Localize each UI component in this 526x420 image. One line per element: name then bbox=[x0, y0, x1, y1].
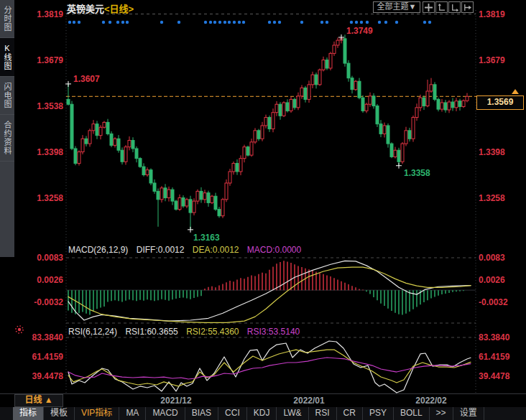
period-tag: <日线> bbox=[104, 4, 134, 14]
axis-label: -0.0032 bbox=[11, 297, 63, 307]
sidebar-item-kline-chart[interactable]: K线图 bbox=[0, 38, 14, 77]
period-selector[interactable]: 日线 ▲ bbox=[14, 394, 63, 407]
axis-label: 1.3258 bbox=[11, 193, 63, 203]
toolbar-tab-vip-indicator[interactable]: VIP指标 bbox=[75, 407, 119, 420]
macd-macd-value: MACD:0.0000 bbox=[247, 245, 301, 255]
zoom-x-axis-icon[interactable] bbox=[448, 1, 461, 13]
toolbar-tab-cr[interactable]: CR bbox=[337, 407, 363, 420]
axis-label: 83.3840 bbox=[479, 332, 526, 342]
toolbar-tab-macd[interactable]: MACD bbox=[146, 407, 185, 420]
toolbar-tab-rsi[interactable]: RSI bbox=[309, 407, 337, 420]
chart-annotation: 1.3358 bbox=[404, 168, 430, 178]
rsi3-value: RSI3:53.5140 bbox=[247, 327, 300, 337]
sidebar-item-time-chart[interactable]: 分时图 bbox=[0, 0, 14, 38]
rsi-header: RSI(6,12,24) RSI1:60.3655 RSI2:55.4360 R… bbox=[68, 327, 300, 337]
axis-label: 0.0083 bbox=[11, 253, 63, 263]
zoom-y-axis-icon[interactable] bbox=[435, 1, 448, 13]
month-label: 2021/12 bbox=[160, 396, 191, 406]
month-label: 2022/02 bbox=[415, 396, 446, 406]
macd-header: MACD(26,12,9) DIFF:0.0012 DEA:0.0012 MAC… bbox=[68, 245, 301, 255]
month-label: 2022/01 bbox=[293, 396, 324, 406]
chart-annotation: 1.3607 bbox=[73, 74, 100, 84]
indicator-toolbar: 指标模板VIP指标MAMACDBIASCCIKDJLW&RSICRPSYBOLL… bbox=[0, 407, 526, 420]
toolbar-tab-kdj[interactable]: KDJ bbox=[247, 407, 277, 420]
macd-diff-value: DIFF:0.0012 bbox=[137, 245, 185, 255]
toolbar-tab-psy[interactable]: PSY bbox=[363, 407, 394, 420]
axis-label: -0.0032 bbox=[479, 297, 526, 307]
rsi1-value: RSI1:60.3655 bbox=[125, 327, 177, 337]
axis-label: 1.3679 bbox=[11, 55, 63, 65]
chart-annotation: 1.3163 bbox=[193, 233, 220, 243]
theme-dropdown-button[interactable]: 全部主题▼ bbox=[373, 1, 420, 13]
axis-label: 1.3679 bbox=[479, 55, 526, 65]
chart-type-sidebar: 分时图 K线图 闪电图 合约资料 bbox=[0, 0, 14, 257]
axis-label: 0.0083 bbox=[479, 253, 526, 263]
rsi2-value: RSI2:55.4360 bbox=[186, 327, 239, 337]
sidebar-item-flash-chart[interactable]: 闪电图 bbox=[0, 77, 14, 115]
indicator-settings-icon[interactable] bbox=[14, 325, 24, 335]
macd-params-label: MACD(26,12,9) bbox=[68, 245, 128, 255]
toolbar-tab-boll[interactable]: BOLL bbox=[394, 407, 430, 420]
chart-canvas[interactable]: 1.36071.37491.31631.3358 bbox=[0, 0, 526, 420]
toolbar-tab-lw[interactable]: LW& bbox=[277, 407, 308, 420]
crosshair-move-icon[interactable] bbox=[423, 1, 435, 13]
axis-label: 1.3819 bbox=[11, 9, 63, 19]
toolbar-tab-bias[interactable]: BIAS bbox=[185, 407, 218, 420]
axis-label: 1.3398 bbox=[479, 147, 526, 157]
current-price-tag: 1.3569 bbox=[476, 95, 524, 110]
axis-label: 0.0026 bbox=[11, 275, 63, 285]
axis-label: 61.4159 bbox=[479, 352, 526, 362]
sidebar-item-contract-info[interactable]: 合约资料 bbox=[0, 115, 14, 162]
toolbar-tab-template[interactable]: 模板 bbox=[44, 407, 75, 420]
axis-label: 39.4478 bbox=[479, 371, 526, 381]
toolbar-tab-settings[interactable]: 设置 bbox=[453, 407, 484, 420]
axis-label: 0.0026 bbox=[479, 275, 526, 285]
axis-label: 61.4159 bbox=[11, 352, 63, 362]
axis-label: 1.3398 bbox=[11, 147, 63, 157]
axis-label: 1.3819 bbox=[479, 9, 526, 19]
axis-label: 39.4478 bbox=[11, 371, 63, 381]
toolbar-tab-indicator[interactable]: 指标 bbox=[13, 407, 44, 420]
axis-label: 1.3258 bbox=[479, 193, 526, 203]
price-up-arrow-icon bbox=[512, 89, 519, 94]
chart-annotation: 1.3749 bbox=[346, 26, 373, 36]
symbol-name: 英镑美元 bbox=[67, 4, 104, 14]
rsi-params-label: RSI(6,12,24) bbox=[68, 327, 117, 337]
axis-label: 1.3538 bbox=[11, 101, 63, 111]
macd-dea-value: DEA:0.0012 bbox=[193, 245, 239, 255]
toolbar-tab-ma[interactable]: MA bbox=[119, 407, 146, 420]
symbol-title: 英镑美元<日线> bbox=[67, 1, 134, 15]
trading-app-window: 1.36071.37491.31631.3358 1.38191.36791.3… bbox=[0, 0, 526, 420]
time-axis: 日线 ▲ 2021/12 2022/01 2022/02 bbox=[0, 393, 526, 408]
toolbar-tab-more[interactable]: >> bbox=[430, 407, 453, 420]
pan-right-icon[interactable] bbox=[461, 1, 474, 13]
toolbar-tab-cci[interactable]: CCI bbox=[218, 407, 247, 420]
